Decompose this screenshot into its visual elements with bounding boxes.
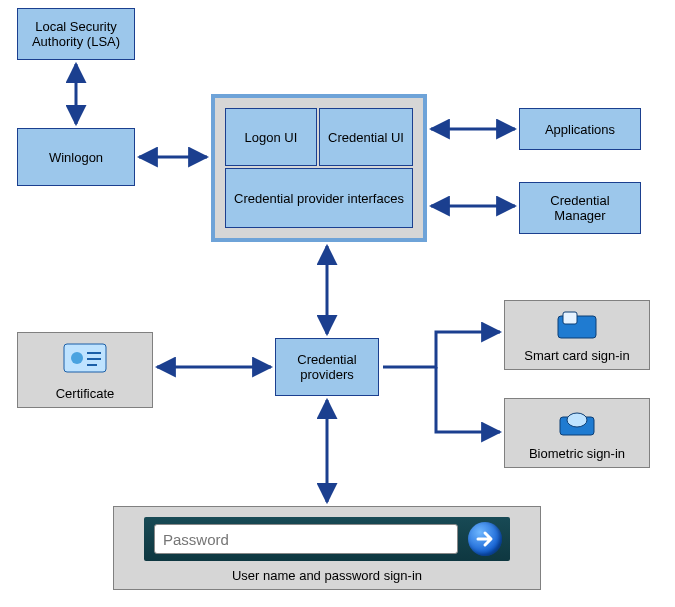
panel-biometric: Biometric sign-in bbox=[504, 398, 650, 468]
svg-rect-6 bbox=[563, 312, 577, 324]
node-lsa: Local Security Authority (LSA) bbox=[17, 8, 135, 60]
node-credential-manager: Credential Manager bbox=[519, 182, 641, 234]
node-credential-providers: Credential providers bbox=[275, 338, 379, 396]
node-label: Credential provider interfaces bbox=[234, 191, 404, 206]
svg-point-1 bbox=[71, 352, 83, 364]
panel-label: User name and password sign-in bbox=[114, 568, 540, 583]
certificate-icon bbox=[63, 343, 107, 376]
panel-label: Biometric sign-in bbox=[505, 446, 649, 461]
arrow-right-circle-icon bbox=[475, 529, 495, 549]
node-label: Credential Manager bbox=[524, 193, 636, 223]
node-label: Credential providers bbox=[280, 352, 374, 382]
architecture-diagram: Local Security Authority (LSA) Winlogon … bbox=[0, 0, 675, 607]
panel-label: Smart card sign-in bbox=[505, 348, 649, 363]
biometric-reader-icon bbox=[557, 409, 597, 440]
panel-label: Certificate bbox=[18, 386, 152, 401]
node-credential-ui: Credential UI bbox=[319, 108, 413, 166]
panel-smartcard: Smart card sign-in bbox=[504, 300, 650, 370]
submit-button[interactable] bbox=[468, 522, 502, 556]
node-applications: Applications bbox=[519, 108, 641, 150]
node-winlogon: Winlogon bbox=[17, 128, 135, 186]
panel-username-password: User name and password sign-in bbox=[113, 506, 541, 590]
node-label: Applications bbox=[545, 122, 615, 137]
panel-certificate: Certificate bbox=[17, 332, 153, 408]
node-credential-provider-interfaces: Credential provider interfaces bbox=[225, 168, 413, 228]
smart-card-icon bbox=[557, 311, 597, 342]
password-input[interactable] bbox=[154, 524, 458, 554]
node-label: Local Security Authority (LSA) bbox=[22, 19, 130, 49]
node-label: Credential UI bbox=[328, 130, 404, 145]
svg-point-8 bbox=[567, 413, 587, 427]
node-logon-ui: Logon UI bbox=[225, 108, 317, 166]
node-label: Logon UI bbox=[245, 130, 298, 145]
node-label: Winlogon bbox=[49, 150, 103, 165]
password-entry-strip bbox=[144, 517, 510, 561]
